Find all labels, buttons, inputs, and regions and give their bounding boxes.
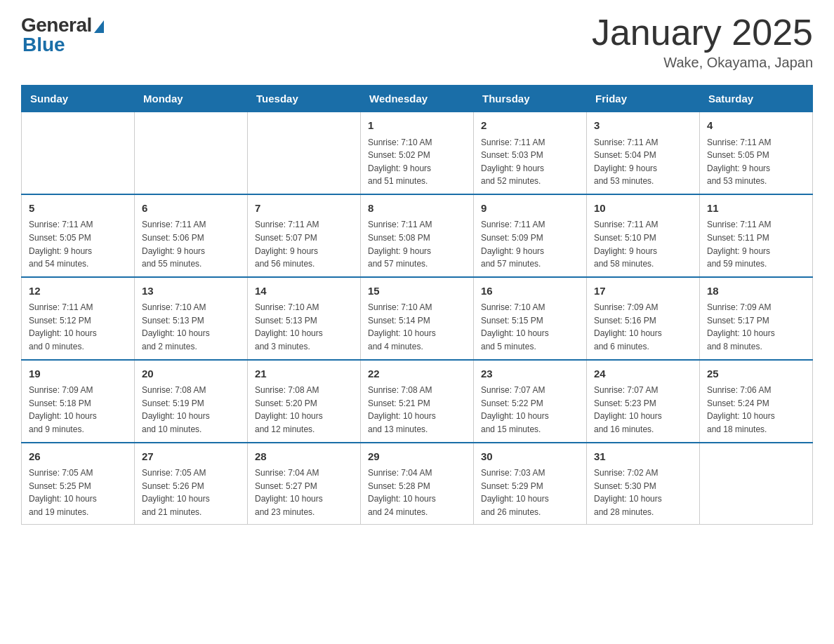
day-info: Sunrise: 7:04 AM Sunset: 5:28 PM Dayligh… — [368, 467, 466, 518]
day-info: Sunrise: 7:09 AM Sunset: 5:16 PM Dayligh… — [594, 301, 692, 353]
calendar-cell: 12Sunrise: 7:11 AM Sunset: 5:12 PM Dayli… — [22, 277, 135, 360]
calendar-cell: 25Sunrise: 7:06 AM Sunset: 5:24 PM Dayli… — [700, 360, 813, 443]
day-number: 7 — [255, 201, 353, 217]
day-number: 10 — [594, 201, 692, 217]
day-info: Sunrise: 7:08 AM Sunset: 5:20 PM Dayligh… — [255, 384, 353, 436]
calendar-cell: 1Sunrise: 7:10 AM Sunset: 5:02 PM Daylig… — [361, 112, 474, 194]
calendar-cell: 22Sunrise: 7:08 AM Sunset: 5:21 PM Dayli… — [361, 360, 474, 443]
calendar-week-row: 5Sunrise: 7:11 AM Sunset: 5:05 PM Daylig… — [22, 194, 813, 277]
day-number: 14 — [255, 283, 353, 300]
calendar-cell: 30Sunrise: 7:03 AM Sunset: 5:29 PM Dayli… — [474, 443, 587, 525]
day-info: Sunrise: 7:11 AM Sunset: 5:11 PM Dayligh… — [707, 218, 805, 270]
calendar-cell — [135, 112, 248, 194]
day-info: Sunrise: 7:04 AM Sunset: 5:27 PM Dayligh… — [255, 467, 353, 518]
day-number: 20 — [142, 366, 240, 382]
day-number: 9 — [481, 201, 579, 217]
day-number: 29 — [368, 449, 466, 465]
calendar-location: Wake, Okayama, Japan — [592, 55, 813, 71]
day-info: Sunrise: 7:11 AM Sunset: 5:08 PM Dayligh… — [368, 218, 466, 270]
calendar-cell: 27Sunrise: 7:05 AM Sunset: 5:26 PM Dayli… — [135, 443, 248, 525]
title-section: January 2025 Wake, Okayama, Japan — [592, 14, 813, 71]
day-number: 28 — [255, 449, 353, 465]
calendar-cell: 19Sunrise: 7:09 AM Sunset: 5:18 PM Dayli… — [22, 360, 135, 443]
day-header-saturday: Saturday — [700, 86, 813, 112]
day-number: 23 — [481, 366, 579, 382]
day-header-friday: Friday — [587, 86, 700, 112]
calendar-cell: 29Sunrise: 7:04 AM Sunset: 5:28 PM Dayli… — [361, 443, 474, 525]
day-info: Sunrise: 7:11 AM Sunset: 5:07 PM Dayligh… — [255, 218, 353, 270]
day-number: 31 — [594, 449, 692, 465]
calendar-cell: 16Sunrise: 7:10 AM Sunset: 5:15 PM Dayli… — [474, 277, 587, 360]
day-number: 26 — [29, 449, 127, 465]
day-number: 4 — [707, 118, 805, 134]
day-info: Sunrise: 7:11 AM Sunset: 5:10 PM Dayligh… — [594, 218, 692, 270]
day-number: 3 — [594, 118, 692, 134]
day-number: 1 — [368, 118, 466, 134]
day-number: 25 — [707, 366, 805, 382]
calendar-cell: 9Sunrise: 7:11 AM Sunset: 5:09 PM Daylig… — [474, 194, 587, 277]
day-info: Sunrise: 7:11 AM Sunset: 5:05 PM Dayligh… — [29, 218, 127, 270]
day-info: Sunrise: 7:07 AM Sunset: 5:23 PM Dayligh… — [594, 384, 692, 436]
day-info: Sunrise: 7:10 AM Sunset: 5:13 PM Dayligh… — [255, 301, 353, 353]
day-info: Sunrise: 7:02 AM Sunset: 5:30 PM Dayligh… — [594, 467, 692, 518]
day-info: Sunrise: 7:05 AM Sunset: 5:26 PM Dayligh… — [142, 467, 240, 518]
day-number: 5 — [29, 201, 127, 217]
calendar-table: SundayMondayTuesdayWednesdayThursdayFrid… — [21, 85, 813, 525]
calendar-cell: 6Sunrise: 7:11 AM Sunset: 5:06 PM Daylig… — [135, 194, 248, 277]
calendar-cell: 5Sunrise: 7:11 AM Sunset: 5:05 PM Daylig… — [22, 194, 135, 277]
day-info: Sunrise: 7:11 AM Sunset: 5:04 PM Dayligh… — [594, 136, 692, 188]
day-number: 12 — [29, 283, 127, 300]
day-info: Sunrise: 7:10 AM Sunset: 5:13 PM Dayligh… — [142, 301, 240, 353]
day-info: Sunrise: 7:08 AM Sunset: 5:21 PM Dayligh… — [368, 384, 466, 436]
day-number: 19 — [29, 366, 127, 382]
day-info: Sunrise: 7:11 AM Sunset: 5:05 PM Dayligh… — [707, 136, 805, 188]
calendar-cell: 23Sunrise: 7:07 AM Sunset: 5:22 PM Dayli… — [474, 360, 587, 443]
day-header-thursday: Thursday — [474, 86, 587, 112]
day-number: 21 — [255, 366, 353, 382]
calendar-cell: 7Sunrise: 7:11 AM Sunset: 5:07 PM Daylig… — [248, 194, 361, 277]
calendar-cell: 13Sunrise: 7:10 AM Sunset: 5:13 PM Dayli… — [135, 277, 248, 360]
day-number: 11 — [707, 201, 805, 217]
calendar-cell: 15Sunrise: 7:10 AM Sunset: 5:14 PM Dayli… — [361, 277, 474, 360]
day-header-wednesday: Wednesday — [361, 86, 474, 112]
calendar-cell: 20Sunrise: 7:08 AM Sunset: 5:19 PM Dayli… — [135, 360, 248, 443]
day-number: 16 — [481, 283, 579, 300]
logo: General Blue — [21, 14, 104, 56]
day-header-monday: Monday — [135, 86, 248, 112]
day-number: 27 — [142, 449, 240, 465]
day-number: 18 — [707, 283, 805, 300]
day-number: 8 — [368, 201, 466, 217]
day-number: 6 — [142, 201, 240, 217]
day-info: Sunrise: 7:10 AM Sunset: 5:14 PM Dayligh… — [368, 301, 466, 353]
day-info: Sunrise: 7:07 AM Sunset: 5:22 PM Dayligh… — [481, 384, 579, 436]
day-number: 30 — [481, 449, 579, 465]
calendar-cell: 28Sunrise: 7:04 AM Sunset: 5:27 PM Dayli… — [248, 443, 361, 525]
day-header-sunday: Sunday — [22, 86, 135, 112]
day-info: Sunrise: 7:03 AM Sunset: 5:29 PM Dayligh… — [481, 467, 579, 518]
calendar-cell: 8Sunrise: 7:11 AM Sunset: 5:08 PM Daylig… — [361, 194, 474, 277]
day-info: Sunrise: 7:11 AM Sunset: 5:12 PM Dayligh… — [29, 301, 127, 353]
calendar-cell: 10Sunrise: 7:11 AM Sunset: 5:10 PM Dayli… — [587, 194, 700, 277]
calendar-title: January 2025 — [592, 14, 813, 51]
day-number: 2 — [481, 118, 579, 134]
day-number: 22 — [368, 366, 466, 382]
day-number: 17 — [594, 283, 692, 300]
calendar-cell — [22, 112, 135, 194]
day-header-tuesday: Tuesday — [248, 86, 361, 112]
calendar-week-row: 26Sunrise: 7:05 AM Sunset: 5:25 PM Dayli… — [22, 443, 813, 525]
day-number: 13 — [142, 283, 240, 300]
calendar-cell — [700, 443, 813, 525]
day-info: Sunrise: 7:11 AM Sunset: 5:09 PM Dayligh… — [481, 218, 579, 270]
day-number: 24 — [594, 366, 692, 382]
calendar-cell: 4Sunrise: 7:11 AM Sunset: 5:05 PM Daylig… — [700, 112, 813, 194]
day-number: 15 — [368, 283, 466, 300]
logo-triangle-icon — [94, 20, 104, 33]
calendar-cell: 24Sunrise: 7:07 AM Sunset: 5:23 PM Dayli… — [587, 360, 700, 443]
calendar-cell: 11Sunrise: 7:11 AM Sunset: 5:11 PM Dayli… — [700, 194, 813, 277]
calendar-cell: 17Sunrise: 7:09 AM Sunset: 5:16 PM Dayli… — [587, 277, 700, 360]
day-info: Sunrise: 7:10 AM Sunset: 5:02 PM Dayligh… — [368, 136, 466, 188]
day-info: Sunrise: 7:11 AM Sunset: 5:03 PM Dayligh… — [481, 136, 579, 188]
day-info: Sunrise: 7:05 AM Sunset: 5:25 PM Dayligh… — [29, 467, 127, 518]
page-header: General Blue January 2025 Wake, Okayama,… — [21, 14, 813, 71]
calendar-week-row: 12Sunrise: 7:11 AM Sunset: 5:12 PM Dayli… — [22, 277, 813, 360]
